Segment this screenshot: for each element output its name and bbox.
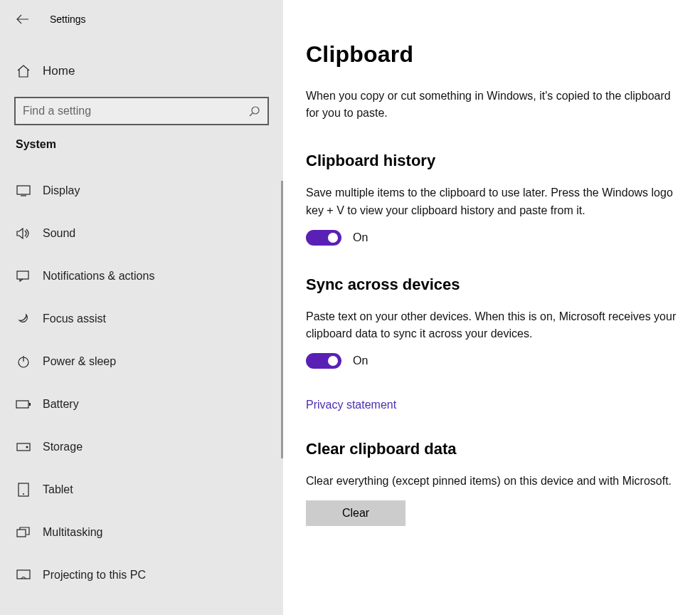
search-box[interactable] bbox=[14, 97, 269, 125]
search-icon bbox=[249, 105, 260, 117]
nav-item-storage[interactable]: Storage bbox=[0, 426, 283, 468]
svg-rect-4 bbox=[17, 271, 28, 279]
back-button[interactable] bbox=[11, 8, 34, 31]
nav-label: Display bbox=[43, 184, 80, 197]
nav-item-power-sleep[interactable]: Power & sleep bbox=[0, 340, 283, 383]
nav-label: Multitasking bbox=[43, 526, 102, 539]
nav-item-tablet[interactable]: Tablet bbox=[0, 468, 283, 511]
nav-item-focus-assist[interactable]: Focus assist bbox=[0, 298, 283, 340]
scrollbar[interactable] bbox=[281, 181, 283, 458]
home-icon bbox=[16, 65, 31, 78]
page-title: Clipboard bbox=[306, 41, 682, 68]
history-desc: Save multiple items to the clipboard to … bbox=[306, 184, 682, 220]
settings-sidebar: Settings Home System Display Sound Notif… bbox=[0, 0, 283, 615]
multitasking-icon bbox=[16, 527, 31, 538]
nav-label: Battery bbox=[43, 398, 79, 411]
nav-item-battery[interactable]: Battery bbox=[0, 383, 283, 426]
history-title: Clipboard history bbox=[306, 152, 682, 170]
sync-title: Sync across devices bbox=[306, 275, 682, 294]
home-row[interactable]: Home bbox=[0, 50, 283, 93]
clear-button[interactable]: Clear bbox=[306, 500, 405, 526]
svg-line-1 bbox=[250, 113, 253, 116]
history-toggle[interactable] bbox=[306, 230, 341, 246]
focus-assist-icon bbox=[16, 312, 31, 326]
main-content: Clipboard When you copy or cut something… bbox=[283, 0, 700, 615]
category-label: System bbox=[0, 125, 283, 157]
tablet-icon bbox=[16, 483, 31, 497]
storage-icon bbox=[16, 443, 31, 451]
nav-label: Projecting to this PC bbox=[43, 569, 146, 582]
nav-label: Tablet bbox=[43, 483, 73, 496]
toggle-knob bbox=[328, 356, 338, 366]
sync-desc: Paste text on your other devices. When t… bbox=[306, 308, 682, 344]
power-icon bbox=[16, 355, 31, 368]
battery-icon bbox=[16, 400, 31, 409]
privacy-link[interactable]: Privacy statement bbox=[306, 399, 396, 411]
home-label: Home bbox=[43, 64, 75, 78]
nav-label: Sound bbox=[43, 227, 75, 240]
notifications-icon bbox=[16, 270, 31, 282]
app-title: Settings bbox=[50, 14, 86, 25]
svg-point-10 bbox=[26, 446, 28, 448]
svg-rect-7 bbox=[16, 401, 28, 408]
display-icon bbox=[16, 185, 31, 196]
svg-rect-13 bbox=[17, 530, 26, 537]
svg-point-0 bbox=[252, 107, 259, 114]
svg-rect-8 bbox=[29, 403, 31, 406]
sync-toggle[interactable] bbox=[306, 353, 341, 369]
svg-rect-14 bbox=[17, 570, 30, 579]
projecting-icon bbox=[16, 569, 31, 581]
nav-item-display[interactable]: Display bbox=[0, 169, 283, 212]
clear-title: Clear clipboard data bbox=[306, 440, 682, 458]
svg-point-12 bbox=[23, 493, 24, 495]
toggle-knob bbox=[328, 233, 338, 243]
nav-label: Power & sleep bbox=[43, 355, 116, 368]
sound-icon bbox=[16, 228, 31, 239]
sync-toggle-state: On bbox=[353, 354, 368, 367]
nav-label: Focus assist bbox=[43, 312, 106, 325]
nav-item-multitasking[interactable]: Multitasking bbox=[0, 511, 283, 554]
svg-rect-2 bbox=[17, 186, 30, 194]
history-toggle-state: On bbox=[353, 231, 368, 244]
nav-label: Storage bbox=[43, 441, 83, 453]
clear-desc: Clear everything (except pinned items) o… bbox=[306, 473, 682, 490]
page-intro: When you copy or cut something in Window… bbox=[306, 88, 682, 122]
nav-item-notifications[interactable]: Notifications & actions bbox=[0, 255, 283, 298]
arrow-left-icon bbox=[16, 14, 29, 24]
search-input[interactable] bbox=[23, 105, 249, 117]
nav-item-sound[interactable]: Sound bbox=[0, 212, 283, 255]
nav-item-projecting[interactable]: Projecting to this PC bbox=[0, 554, 283, 596]
nav-list: Display Sound Notifications & actions Fo… bbox=[0, 169, 283, 596]
nav-label: Notifications & actions bbox=[43, 270, 154, 283]
